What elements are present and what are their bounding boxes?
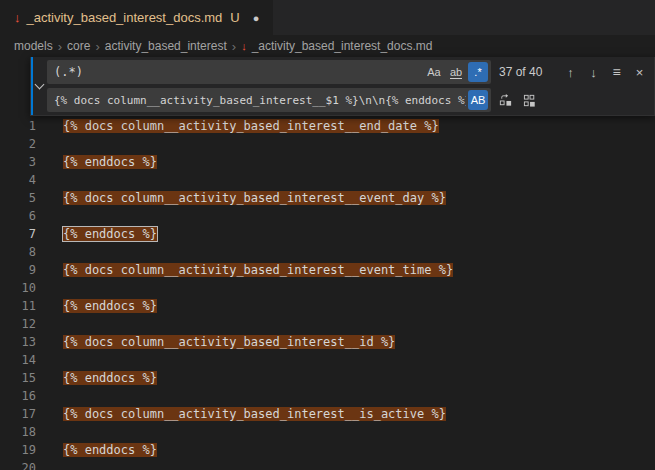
find-nav-buttons: ↑ ↓ ≡ × (560, 62, 650, 83)
find-match-highlight: {% docs column__activity_based_interest_… (63, 335, 395, 349)
tab-bar: ↓ _activity_based_interest_docs.md U ● (0, 0, 655, 35)
editor-line[interactable]: 3 {% enddocs %} (0, 153, 655, 171)
editor-line[interactable]: 2 (0, 135, 655, 153)
chevron-right-icon: › (232, 40, 236, 53)
editor-line[interactable]: 8 (0, 243, 655, 261)
editor-line-current[interactable]: 7 {% enddocs %} (0, 225, 655, 243)
editor: 1 {% docs column__activity_based_interes… (0, 57, 655, 470)
breadcrumb-item-activity-based-interest[interactable]: activity_based_interest (105, 39, 227, 53)
toggle-replace-button[interactable] (31, 60, 47, 112)
previous-match-button[interactable]: ↑ (560, 62, 581, 83)
breadcrumb-item-models[interactable]: models (14, 39, 53, 53)
chevron-right-icon: › (58, 40, 62, 53)
editor-line[interactable]: 20 (0, 459, 655, 470)
next-match-button[interactable]: ↓ (583, 62, 604, 83)
line-number: 13 (0, 333, 36, 351)
editor-line[interactable]: 5 {% docs column__activity_based_interes… (0, 189, 655, 207)
line-number: 1 (0, 117, 36, 135)
markdown-file-icon: ↓ (14, 10, 21, 25)
editor-line[interactable]: 11 {% enddocs %} (0, 297, 655, 315)
editor-tab[interactable]: ↓ _activity_based_interest_docs.md U ● (0, 0, 273, 35)
editor-line[interactable]: 14 (0, 351, 655, 369)
breadcrumb: models › core › activity_based_interest … (0, 35, 655, 57)
line-number: 10 (0, 279, 36, 297)
line-number: 9 (0, 261, 36, 279)
line-text: {% docs column__activity_based_interest_… (63, 405, 446, 423)
line-number: 17 (0, 405, 36, 423)
line-text: {% docs column__activity_based_interest_… (63, 333, 395, 351)
editor-line[interactable]: 18 (0, 423, 655, 441)
breadcrumb-item-core[interactable]: core (67, 39, 90, 53)
find-input[interactable]: (.*) Aa ab .* (47, 60, 491, 84)
editor-line[interactable]: 19 {% enddocs %} (0, 441, 655, 459)
line-number: 20 (0, 459, 36, 470)
editor-line[interactable]: 6 (0, 207, 655, 225)
line-text: {% docs column__activity_based_interest_… (63, 261, 453, 279)
replace-button[interactable] (495, 90, 516, 111)
line-text: {% docs column__activity_based_interest_… (63, 117, 439, 135)
line-text: {% docs column__activity_based_interest_… (63, 189, 446, 207)
find-widget: (.*) Aa ab .* 37 of 40 ↑ ↓ ≡ × {% docs c… (30, 57, 655, 116)
replace-icon (498, 93, 513, 108)
replace-row: {% docs column__activity_based_interest_… (47, 88, 650, 112)
replace-action-buttons (495, 90, 541, 111)
find-match-highlight: {% enddocs %} (63, 155, 157, 169)
whole-word-button[interactable]: ab (446, 62, 466, 82)
line-text: {% enddocs %} (63, 153, 157, 171)
editor-line[interactable]: 13 {% docs column__activity_based_intere… (0, 333, 655, 351)
find-match-highlight: {% enddocs %} (63, 443, 157, 457)
dirty-indicator-icon[interactable]: ● (253, 12, 260, 24)
find-match-current: {% enddocs %} (63, 227, 157, 241)
replace-input[interactable]: {% docs column__activity_based_interest_… (47, 88, 491, 112)
editor-line[interactable]: 1 {% docs column__activity_based_interes… (0, 117, 655, 135)
editor-lines: 1 {% docs column__activity_based_interes… (0, 117, 655, 470)
match-case-button[interactable]: Aa (424, 62, 444, 82)
line-number: 14 (0, 351, 36, 369)
line-number: 8 (0, 243, 36, 261)
line-text: {% enddocs %} (63, 297, 157, 315)
editor-line[interactable]: 10 (0, 279, 655, 297)
arrow-down-icon: ↓ (590, 65, 597, 80)
replace-all-icon (523, 93, 538, 108)
close-icon: × (636, 65, 644, 80)
chevron-down-icon (34, 80, 44, 90)
line-number: 19 (0, 441, 36, 459)
replace-all-button[interactable] (520, 90, 541, 111)
line-text: {% enddocs %} (63, 441, 157, 459)
markdown-file-icon: ↓ (241, 40, 247, 52)
editor-line[interactable]: 12 (0, 315, 655, 333)
breadcrumb-item-file[interactable]: _activity_based_interest_docs.md (252, 39, 433, 53)
line-number: 11 (0, 297, 36, 315)
line-number: 2 (0, 135, 36, 153)
find-match-highlight: {% docs column__activity_based_interest_… (63, 119, 439, 133)
chevron-right-icon: › (95, 40, 99, 53)
line-number: 7 (0, 225, 36, 243)
tab-filename: _activity_based_interest_docs.md (27, 10, 223, 25)
editor-line[interactable]: 17 {% docs column__activity_based_intere… (0, 405, 655, 423)
close-find-button[interactable]: × (629, 62, 650, 83)
line-number: 5 (0, 189, 36, 207)
line-number: 3 (0, 153, 36, 171)
find-match-highlight: {% docs column__activity_based_interest_… (63, 191, 446, 205)
find-widget-rows: (.*) Aa ab .* 37 of 40 ↑ ↓ ≡ × {% docs c… (47, 60, 650, 112)
editor-line[interactable]: 9 {% docs column__activity_based_interes… (0, 261, 655, 279)
line-text: {% enddocs %} (63, 369, 157, 387)
line-number: 16 (0, 387, 36, 405)
find-row: (.*) Aa ab .* 37 of 40 ↑ ↓ ≡ × (47, 60, 650, 84)
find-in-selection-button[interactable]: ≡ (606, 62, 627, 83)
editor-line[interactable]: 15 {% enddocs %} (0, 369, 655, 387)
find-match-highlight: {% enddocs %} (63, 371, 157, 385)
line-number: 4 (0, 171, 36, 189)
line-text: {% enddocs %} (63, 225, 157, 243)
preserve-case-button[interactable]: AB (468, 90, 488, 110)
line-number: 18 (0, 423, 36, 441)
find-match-highlight: {% docs column__activity_based_interest_… (63, 263, 453, 277)
editor-line[interactable]: 16 (0, 387, 655, 405)
find-match-highlight: {% enddocs %} (63, 299, 157, 313)
line-number: 6 (0, 207, 36, 225)
results-count: 37 of 40 (499, 65, 542, 79)
regex-button[interactable]: .* (468, 62, 488, 82)
editor-line[interactable]: 4 (0, 171, 655, 189)
line-number: 12 (0, 315, 36, 333)
find-match-highlight: {% docs column__activity_based_interest_… (63, 407, 446, 421)
